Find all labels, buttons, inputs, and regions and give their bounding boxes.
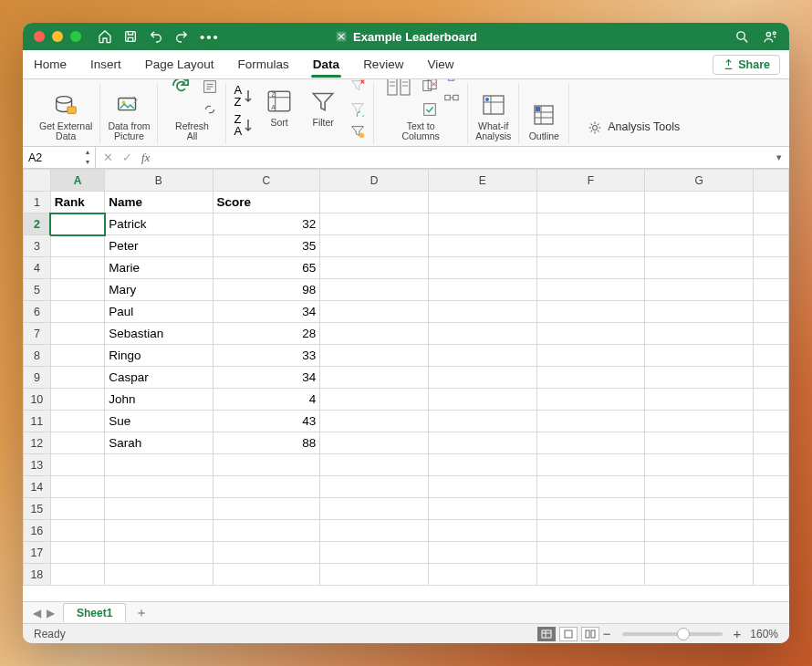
data-from-picture-button[interactable] bbox=[111, 89, 146, 120]
row-header-16[interactable]: 16 bbox=[24, 520, 51, 542]
cell-A17[interactable] bbox=[50, 542, 104, 564]
page-layout-view-button[interactable] bbox=[559, 627, 578, 641]
cell-G13[interactable] bbox=[645, 454, 754, 476]
select-all-corner[interactable] bbox=[24, 170, 51, 192]
cell-G17[interactable] bbox=[645, 542, 754, 564]
cell-A3[interactable] bbox=[50, 235, 104, 257]
zoom-out-button[interactable]: − bbox=[599, 626, 615, 641]
edit-links-icon[interactable] bbox=[202, 101, 218, 120]
cell-F17[interactable] bbox=[536, 542, 645, 564]
remove-duplicates-icon[interactable] bbox=[422, 78, 438, 97]
sheet-nav-prev[interactable]: ◀ bbox=[30, 607, 44, 619]
cell-B13[interactable] bbox=[105, 454, 213, 476]
row-header-12[interactable]: 12 bbox=[24, 432, 51, 454]
share-workspace-icon[interactable] bbox=[763, 29, 778, 45]
cell-C17[interactable] bbox=[213, 542, 320, 564]
add-sheet-button[interactable]: ＋ bbox=[135, 605, 148, 621]
cell-G14[interactable] bbox=[645, 476, 754, 498]
cell-D9[interactable] bbox=[320, 367, 429, 389]
row-header-11[interactable]: 11 bbox=[24, 411, 51, 432]
undo-icon[interactable] bbox=[149, 29, 163, 44]
maximize-button[interactable] bbox=[70, 31, 81, 42]
more-icon[interactable]: ••• bbox=[200, 29, 220, 45]
sort-desc-icon[interactable]: ZA bbox=[234, 113, 253, 137]
cell-A7[interactable] bbox=[50, 323, 104, 345]
cell-F18[interactable] bbox=[536, 564, 645, 586]
cell-A14[interactable] bbox=[50, 476, 104, 498]
fx-icon[interactable]: fx bbox=[141, 151, 150, 165]
cell-E15[interactable] bbox=[428, 498, 536, 520]
relationships-icon[interactable] bbox=[443, 89, 460, 109]
column-header-D[interactable]: D bbox=[320, 170, 429, 192]
row-header-5[interactable]: 5 bbox=[24, 279, 51, 301]
sheet-tab[interactable]: Sheet1 bbox=[63, 603, 126, 622]
row-header-9[interactable]: 9 bbox=[24, 367, 51, 389]
data-validation-icon[interactable] bbox=[422, 101, 438, 120]
column-header-G[interactable]: G bbox=[645, 170, 754, 192]
cell-A8[interactable] bbox=[50, 345, 104, 367]
cell-E4[interactable] bbox=[428, 257, 536, 279]
cell-F16[interactable] bbox=[536, 520, 645, 542]
cell-E8[interactable] bbox=[428, 345, 536, 367]
cell-E16[interactable] bbox=[428, 520, 536, 542]
name-box[interactable]: A2 ▴▾ bbox=[23, 147, 96, 168]
cell-G9[interactable] bbox=[645, 367, 754, 389]
minimize-button[interactable] bbox=[52, 31, 63, 42]
cell-B10[interactable]: John bbox=[105, 389, 213, 411]
cell-E12[interactable] bbox=[428, 432, 536, 454]
column-header-A[interactable]: A bbox=[50, 170, 104, 192]
row-header-7[interactable]: 7 bbox=[24, 323, 51, 345]
cell-B1[interactable]: Name bbox=[105, 192, 213, 213]
zoom-slider[interactable] bbox=[622, 632, 723, 636]
tab-review[interactable]: Review bbox=[361, 52, 405, 77]
sheet-nav-next[interactable]: ▶ bbox=[44, 607, 57, 619]
cell-E9[interactable] bbox=[428, 367, 536, 389]
cell-F14[interactable] bbox=[536, 476, 645, 498]
cell-D10[interactable] bbox=[320, 389, 429, 411]
row-header-1[interactable]: 1 bbox=[24, 192, 51, 213]
cell-E6[interactable] bbox=[428, 301, 536, 323]
cell-G11[interactable] bbox=[645, 411, 754, 432]
cell-F6[interactable] bbox=[536, 301, 645, 323]
cell-C3[interactable]: 35 bbox=[213, 235, 320, 257]
normal-view-button[interactable] bbox=[537, 627, 556, 641]
cell-E2[interactable] bbox=[428, 213, 536, 235]
cell-A2[interactable] bbox=[50, 213, 104, 235]
column-header-F[interactable]: F bbox=[536, 170, 645, 192]
row-header-2[interactable]: 2 bbox=[24, 213, 51, 235]
cell-A18[interactable] bbox=[50, 564, 104, 586]
column-header-B[interactable]: B bbox=[105, 170, 213, 192]
cell-B6[interactable]: Paul bbox=[105, 301, 213, 323]
cell-F15[interactable] bbox=[536, 498, 645, 520]
row-header-14[interactable]: 14 bbox=[24, 476, 51, 498]
cell-C4[interactable]: 65 bbox=[213, 257, 320, 279]
cell-C1[interactable]: Score bbox=[213, 192, 320, 213]
cancel-icon[interactable]: ✕ bbox=[103, 151, 113, 164]
confirm-icon[interactable]: ✓ bbox=[122, 151, 132, 164]
cell-F13[interactable] bbox=[536, 454, 645, 476]
cell-D13[interactable] bbox=[320, 454, 429, 476]
cell-E1[interactable] bbox=[428, 192, 536, 213]
home-icon[interactable] bbox=[98, 29, 112, 44]
reapply-filter-icon[interactable] bbox=[349, 100, 366, 120]
cell-E17[interactable] bbox=[428, 542, 536, 564]
cell-E18[interactable] bbox=[428, 564, 536, 586]
sort-asc-icon[interactable]: AZ bbox=[234, 84, 253, 108]
cell-D17[interactable] bbox=[320, 542, 429, 564]
chevron-down-icon[interactable]: ▾ bbox=[82, 158, 93, 168]
cell-E13[interactable] bbox=[428, 454, 536, 476]
cell-D5[interactable] bbox=[320, 279, 429, 301]
chevron-up-icon[interactable]: ▴ bbox=[82, 148, 93, 158]
cell-C16[interactable] bbox=[213, 520, 320, 542]
cell-G4[interactable] bbox=[645, 257, 754, 279]
cell-F10[interactable] bbox=[536, 389, 645, 411]
cell-G8[interactable] bbox=[645, 345, 754, 367]
cell-A16[interactable] bbox=[50, 520, 104, 542]
close-button[interactable] bbox=[34, 31, 45, 42]
column-header-C[interactable]: C bbox=[213, 170, 320, 192]
cell-E14[interactable] bbox=[428, 476, 536, 498]
cell-C14[interactable] bbox=[213, 476, 320, 498]
cell-D2[interactable] bbox=[320, 213, 429, 235]
tab-data[interactable]: Data bbox=[311, 52, 341, 77]
cell-D4[interactable] bbox=[320, 257, 429, 279]
